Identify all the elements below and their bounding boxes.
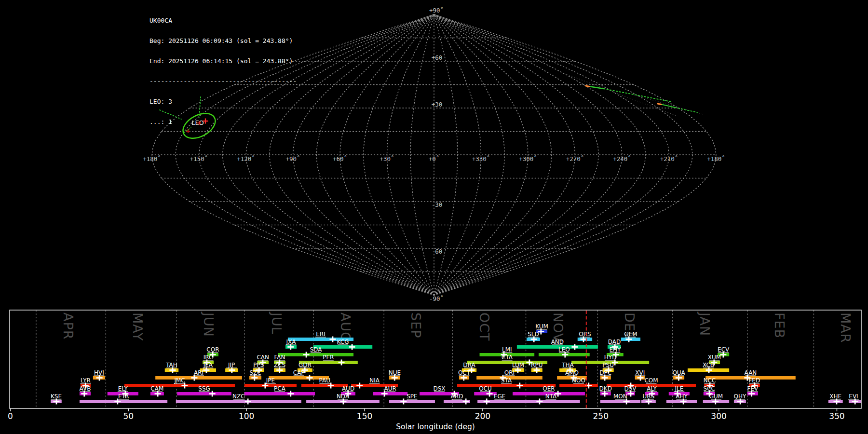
month-label: JUL bbox=[269, 312, 284, 335]
right-ascension-label: +120˚ bbox=[237, 155, 255, 163]
month-label: MAR bbox=[838, 312, 853, 343]
shower-label: ARI bbox=[194, 369, 203, 376]
shower-label: AHY bbox=[676, 393, 688, 400]
shower-bar bbox=[389, 400, 435, 403]
shower-label: NTA bbox=[545, 393, 557, 400]
shower-label: JLE bbox=[674, 385, 683, 392]
x-axis-title: Solar longitude (deg) bbox=[396, 422, 475, 431]
x-tick-label: 0 bbox=[8, 411, 13, 421]
shower-label: AUR bbox=[384, 385, 396, 392]
shower-bar bbox=[313, 345, 372, 349]
shower-bar bbox=[155, 376, 242, 380]
month-label: SEP bbox=[408, 312, 423, 338]
right-ascension-label: +270˚ bbox=[566, 155, 584, 163]
right-ascension-label: +180˚ bbox=[707, 155, 725, 163]
shower-bar bbox=[278, 353, 353, 356]
x-tick-label: 150 bbox=[357, 411, 372, 421]
meteor-observation-screen: +90˚-90˚+60+30-30-60+180˚+150˚+120˚+90˚+… bbox=[0, 0, 868, 434]
shower-label: IRC bbox=[203, 354, 213, 361]
shower-label: STA bbox=[501, 377, 512, 384]
meteor-track-tip bbox=[586, 86, 589, 87]
x-tick-label: 300 bbox=[711, 411, 726, 421]
month-label: JAN bbox=[697, 312, 712, 336]
shower-label: DRA bbox=[463, 362, 475, 368]
count-other-line: ...: 1 bbox=[149, 119, 297, 125]
station-code: UK00CA bbox=[149, 17, 297, 24]
month-label: OCT bbox=[477, 312, 492, 341]
right-ascension-label: +60˚ bbox=[333, 155, 347, 163]
begin-time-line: Beg: 20251126 06:09:43 (sol = 243.88°) bbox=[149, 38, 297, 44]
shower-label: JEA bbox=[203, 362, 213, 368]
shower-bar bbox=[474, 392, 497, 395]
shower-label: EVI bbox=[849, 393, 858, 400]
shower-label: EGE bbox=[494, 393, 505, 400]
shower-bar bbox=[80, 400, 167, 403]
observation-info-block: UK00CA Beg: 20251126 06:09:43 (sol = 243… bbox=[149, 4, 297, 139]
shower-label: PAU bbox=[319, 377, 330, 384]
shower-label: CTA bbox=[502, 354, 513, 361]
shower-bar bbox=[301, 384, 348, 387]
declination-label: -30 bbox=[432, 201, 443, 208]
sky-map: +90˚-90˚+60+30-30-60+180˚+150˚+120˚+90˚+… bbox=[0, 0, 868, 309]
shower-bar bbox=[176, 400, 301, 403]
shower-bar bbox=[124, 384, 235, 387]
shower-bar bbox=[522, 400, 580, 403]
x-tick-label: 200 bbox=[475, 411, 490, 421]
right-ascension-label: +90˚ bbox=[285, 155, 300, 163]
shower-label: CAP bbox=[293, 369, 305, 376]
shower-label: SZC bbox=[249, 369, 261, 376]
right-ascension-label: +0˚ bbox=[429, 155, 440, 163]
shower-label: PER bbox=[323, 354, 334, 361]
shower-label: THA bbox=[561, 362, 574, 368]
shower-label: AND bbox=[551, 339, 564, 345]
month-label: MAY bbox=[130, 312, 145, 341]
shower-label: MON bbox=[613, 393, 627, 400]
shower-label: ELY bbox=[118, 385, 128, 392]
shower-label: AVB bbox=[80, 385, 91, 392]
shower-label: DKD bbox=[599, 385, 612, 392]
shower-bar bbox=[457, 384, 556, 387]
shower-label: XHE bbox=[829, 393, 841, 400]
month-label: FEB bbox=[772, 312, 787, 339]
shower-label: TAH bbox=[165, 362, 177, 368]
meteor-track-dotted bbox=[675, 108, 697, 112]
meteor-trace-line bbox=[567, 74, 678, 116]
right-ascension-label: +150˚ bbox=[190, 155, 208, 163]
shower-label: DSX bbox=[434, 385, 446, 392]
x-tick-label: 250 bbox=[593, 411, 609, 421]
meteor-track-solid bbox=[661, 104, 675, 108]
shower-label: AMO bbox=[565, 369, 579, 376]
meteor-track-dotted bbox=[604, 89, 671, 102]
shower-bar bbox=[517, 345, 598, 349]
meteor-track-solid bbox=[589, 86, 604, 89]
shower-label: NZC bbox=[232, 393, 245, 400]
right-ascension-label: +240˚ bbox=[613, 155, 631, 163]
shower-bar bbox=[373, 392, 407, 395]
north-pole-label: +90˚ bbox=[429, 7, 444, 14]
shower-bar bbox=[244, 392, 315, 395]
shower-label: GEM bbox=[624, 331, 637, 338]
shower-label: AAN bbox=[745, 369, 757, 376]
shower-label: JPE bbox=[266, 377, 275, 384]
declination-label: -60 bbox=[432, 248, 443, 255]
shower-label: OER bbox=[542, 385, 555, 392]
x-tick-label: 50 bbox=[123, 411, 134, 421]
shower-label: LEO bbox=[558, 346, 570, 353]
shower-bar bbox=[244, 384, 297, 387]
right-ascension-label: +300˚ bbox=[519, 155, 537, 163]
south-pole-label: -90˚ bbox=[429, 295, 444, 302]
meteor-track-tip bbox=[658, 104, 661, 105]
shower-label: PCA bbox=[274, 385, 286, 392]
right-ascension-label: +30˚ bbox=[380, 155, 394, 163]
x-tick-label: 100 bbox=[239, 411, 254, 421]
shower-label: ORS bbox=[579, 331, 591, 338]
shower-label: ORI bbox=[504, 369, 515, 376]
month-label: JUN bbox=[201, 312, 216, 337]
shower-activity-chart: APRMAYJUNJULAUGSEPOCTNOVDECJANFEBMARKUME… bbox=[0, 309, 868, 434]
shower-bar bbox=[177, 392, 231, 395]
shower-label: NOO bbox=[572, 377, 585, 384]
shower-bar bbox=[559, 384, 598, 387]
shower-label: JMC bbox=[174, 377, 185, 384]
separator-line: --------------------------------------- bbox=[149, 78, 297, 85]
declination-label: +60 bbox=[432, 54, 443, 61]
